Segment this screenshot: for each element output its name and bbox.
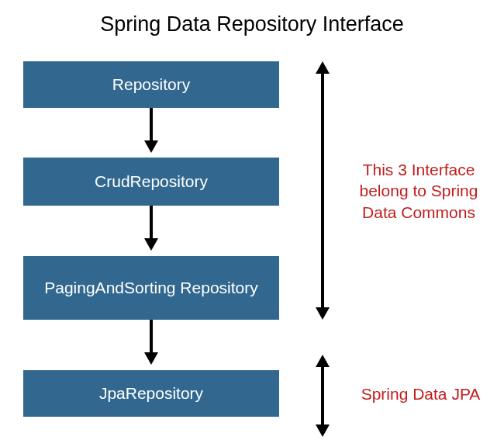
arrow-head-down-icon [316, 424, 330, 437]
box-repository: Repository [23, 61, 279, 108]
diagram-title: Spring Data Repository Interface [0, 0, 504, 44]
bracket-shaft [321, 366, 324, 426]
arrow-head-down-icon [144, 238, 158, 251]
annotation-commons: This 3 Interface belong to Spring Data C… [345, 159, 492, 223]
box-jpa-repository-label: JpaRepository [99, 383, 203, 404]
arrow-shaft [150, 320, 153, 354]
box-paging-repository-label: PagingAndSorting Repository [44, 278, 258, 298]
arrow-head-down-icon [316, 307, 330, 320]
arrow-shaft [150, 206, 153, 240]
diagram-area: Repository CrudRepository PagingAndSorti… [0, 44, 504, 447]
box-crud-repository-label: CrudRepository [95, 172, 208, 192]
bracket-shaft [321, 72, 324, 309]
arrow-head-down-icon [144, 352, 158, 365]
arrow-shaft [150, 108, 153, 142]
box-repository-label: Repository [112, 74, 190, 95]
arrow-head-down-icon [144, 140, 158, 153]
box-jpa-repository: JpaRepository [23, 370, 279, 417]
annotation-jpa: Spring Data JPA [353, 383, 488, 404]
box-paging-repository: PagingAndSorting Repository [23, 256, 279, 320]
box-crud-repository: CrudRepository [23, 158, 279, 206]
